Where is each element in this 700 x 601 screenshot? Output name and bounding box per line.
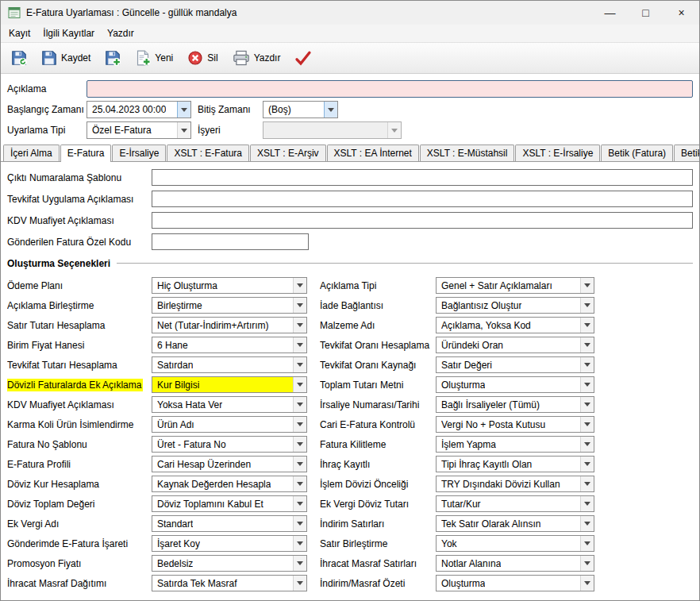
maximize-button[interactable]: □ bbox=[628, 1, 663, 25]
chevron-down-icon bbox=[580, 417, 594, 432]
chevron-down-icon bbox=[580, 318, 594, 333]
select-iade-baglantisi[interactable]: Bağlantısız Oluştur bbox=[436, 297, 594, 314]
select-ek-vergi-doviz-tutari[interactable]: Tutar/Kur bbox=[436, 495, 594, 512]
label-irsaliye-numarasi-tarihi: İrsaliye Numarası/Tarihi bbox=[320, 399, 436, 410]
tab-xslt-e-mustahsil[interactable]: XSLT : E-Müstahsil bbox=[420, 144, 515, 161]
select-satir-birlestirme[interactable]: Yok bbox=[436, 535, 594, 552]
tab-e-irsaliye[interactable]: E-İrsaliye bbox=[112, 144, 166, 161]
label-ihracat-masraf-dagitimi: İhracat Masraf Dağıtımı bbox=[7, 578, 152, 589]
options-row: Açıklama BirleştirmeBirleştirmeİade Bağl… bbox=[7, 295, 693, 315]
tab-xslt-e-irsaliye[interactable]: XSLT : E-İrsaliye bbox=[515, 144, 600, 161]
selected-value: Standart bbox=[157, 518, 193, 530]
select-kdv-muafiyet-aciklamasi[interactable]: Yoksa Hata Ver bbox=[152, 396, 307, 413]
label-tevkifat-uygulama-aciklamasi: Tevkifat Uygulama Açıklaması bbox=[7, 194, 152, 205]
label-cari-e-fatura-kontrolu: Cari E-Fatura Kontrolü bbox=[320, 419, 436, 430]
select-ihrac-kayitli[interactable]: Tipi İhraç Kayıtlı Olan bbox=[436, 456, 594, 472]
label-doviz-kur-hesaplama: Döviz Kur Hesaplama bbox=[7, 479, 152, 490]
tab-xslt-e-arsiv[interactable]: XSLT : E-Arşiv bbox=[250, 144, 326, 161]
chevron-down-icon bbox=[293, 337, 306, 353]
bitis-zamani-select[interactable]: (Boş) bbox=[263, 101, 338, 118]
select-toplam-tutari-metni[interactable]: Oluşturma bbox=[436, 376, 594, 393]
select-tevkifat-tutari-hesaplama[interactable]: Satırdan bbox=[152, 356, 307, 373]
save-new-icon bbox=[105, 50, 121, 66]
options-row: Dövizli Faturalarda Ek AçıklamaKur Bilgi… bbox=[7, 375, 693, 395]
tab-betik-fatura[interactable]: Betik (Fatura) bbox=[601, 144, 673, 161]
select-cari-e-fatura-kontrolu[interactable]: Vergi No + Posta Kutusu bbox=[436, 416, 594, 433]
select-karma-koli-urun-isimlendirme[interactable]: Ürün Adı bbox=[152, 416, 307, 433]
yeni-button[interactable]: Yeni bbox=[129, 46, 179, 70]
baslangic-zamani-select[interactable]: 25.04.2023 00:00 bbox=[87, 101, 191, 118]
close-button[interactable]: × bbox=[663, 1, 699, 25]
select-aciklama-tipi[interactable]: Genel + Satır Açıklamaları bbox=[436, 277, 594, 294]
menu-kayit[interactable]: Kayıt bbox=[2, 25, 37, 42]
print-icon bbox=[233, 50, 250, 66]
menu-ilgili-kayitlar[interactable]: İlgili Kayıtlar bbox=[37, 25, 101, 42]
tab-betik-satir[interactable]: Betik (Satır) bbox=[674, 144, 700, 161]
select-doviz-toplam-degeri[interactable]: Döviz Toplamını Kabul Et bbox=[152, 495, 307, 512]
select-ihracat-masraf-dagitimi[interactable]: Satırda Tek Masraf bbox=[152, 575, 307, 591]
select-aciklama-birlestirme[interactable]: Birleştirme bbox=[152, 297, 307, 314]
options-row: Birim Fiyat Hanesi6 HaneTevkifat Oranı H… bbox=[7, 335, 693, 355]
select-dovizli-faturalarda-ek-aciklama[interactable]: Kur Bilgisi bbox=[152, 376, 307, 393]
options-row: Ödeme PlanıHiç OluşturmaAçıklama TipiGen… bbox=[7, 275, 693, 295]
label-promosyon-fiyati: Promosyon Fiyatı bbox=[7, 558, 152, 569]
aciklama-row: Açıklama bbox=[7, 80, 693, 98]
yazdir-button[interactable]: Yazdır bbox=[226, 46, 287, 70]
label-tevkifat-orani-kaynagi: Tevkifat Oranı Kaynağı bbox=[320, 360, 436, 371]
select-satir-tutari-hesaplama[interactable]: Net (Tutar-İndirim+Artırım) bbox=[152, 317, 307, 333]
select-ihracat-masraf-satirlari[interactable]: Notlar Alanına bbox=[436, 555, 594, 572]
kdv-muafiyet-aciklamasi-input[interactable] bbox=[152, 212, 693, 229]
tab-iceri-alma[interactable]: İçeri Alma bbox=[3, 144, 60, 161]
menu-yazdir[interactable]: Yazdır bbox=[101, 25, 140, 42]
uyarlama-tipi-select[interactable]: Özel E-Fatura bbox=[87, 121, 191, 139]
select-indirim-masraf-ozeti[interactable]: Oluşturma bbox=[436, 575, 594, 591]
tevkifat-uygulama-aciklamasi-input[interactable] bbox=[152, 191, 693, 207]
select-indirim-satirlari[interactable]: Tek Satır Olarak Alınsın bbox=[436, 515, 594, 532]
toolbar-button-label: Yeni bbox=[155, 52, 173, 64]
field-row: Tevkifat Uygulama Açıklaması bbox=[7, 191, 693, 207]
select-birim-fiyat-hanesi[interactable]: 6 Hane bbox=[152, 337, 307, 353]
gonderilen-fatura-ozel-kodu-input[interactable] bbox=[152, 233, 309, 250]
approve-button[interactable] bbox=[288, 46, 318, 70]
label-satir-tutari-hesaplama: Satır Tutarı Hesaplama bbox=[7, 320, 152, 331]
window-controls: — □ × bbox=[592, 1, 699, 25]
select-islem-dovizi-onceligi[interactable]: TRY Dışındaki Dövizi Kullan bbox=[436, 476, 594, 492]
save-refresh-button[interactable] bbox=[5, 46, 33, 70]
tab-xslt-e-fatura[interactable]: XSLT : E-Fatura bbox=[167, 144, 249, 161]
baslangic-zamani-value: 25.04.2023 00:00 bbox=[92, 104, 166, 115]
select-tevkifat-orani-hesaplama[interactable]: Üründeki Oran bbox=[436, 337, 594, 353]
chevron-down-icon bbox=[580, 556, 594, 571]
chevron-down-icon bbox=[580, 457, 594, 472]
minimize-button[interactable]: — bbox=[592, 1, 628, 25]
select-ek-vergi-adi[interactable]: Standart bbox=[152, 515, 307, 532]
select-e-fatura-profili[interactable]: Cari Hesap Üzerinden bbox=[152, 456, 307, 472]
select-doviz-kur-hesaplama[interactable]: Kaynak Değerden Hesapla bbox=[152, 476, 307, 492]
tab-e-fatura[interactable]: E-Fatura bbox=[60, 144, 112, 162]
chevron-down-icon bbox=[293, 318, 306, 333]
chevron-down-icon bbox=[293, 476, 306, 491]
select-fatura-no-sablonu[interactable]: Üret - Fatura No bbox=[152, 436, 307, 453]
chevron-down-icon bbox=[387, 122, 401, 138]
select-tevkifat-orani-kaynagi[interactable]: Satır Değeri bbox=[436, 356, 594, 373]
sil-button[interactable]: Sil bbox=[181, 46, 224, 70]
toolbar-button-label: Kaydet bbox=[61, 52, 90, 64]
select-fatura-kilitleme[interactable]: İşlem Yapma bbox=[436, 436, 594, 453]
selected-value: Döviz Toplamını Kabul Et bbox=[157, 499, 263, 510]
select-irsaliye-numarasi-tarihi[interactable]: Bağlı İrsaliyeler (Tümü) bbox=[436, 396, 594, 413]
select-odeme-plani[interactable]: Hiç Oluşturma bbox=[152, 277, 307, 294]
selected-value: Açıklama, Yoksa Kod bbox=[441, 320, 531, 331]
tab-xslt-ea-internet[interactable]: XSLT : EA İnternet bbox=[327, 144, 419, 161]
cikti-numaralama-sablonu-input[interactable] bbox=[152, 169, 693, 186]
select-malzeme-adi[interactable]: Açıklama, Yoksa Kod bbox=[436, 317, 594, 333]
label-islem-dovizi-onceligi: İşlem Dövizi Önceliği bbox=[320, 479, 436, 490]
save-new-button[interactable] bbox=[98, 46, 127, 70]
chevron-down-icon bbox=[580, 536, 594, 551]
selected-value: Cari Hesap Üzerinden bbox=[157, 459, 251, 470]
options-row: Satır Tutarı HesaplamaNet (Tutar-İndirim… bbox=[7, 315, 693, 335]
selected-value: Oluşturma bbox=[441, 379, 485, 391]
kaydet-button[interactable]: Kaydet bbox=[35, 46, 97, 70]
select-promosyon-fiyati[interactable]: Bedelsiz bbox=[152, 555, 307, 572]
selected-value: Genel + Satır Açıklamaları bbox=[441, 280, 552, 291]
aciklama-input[interactable] bbox=[87, 80, 693, 98]
select-gonderimde-e-fatura-isareti[interactable]: İşaret Koy bbox=[152, 535, 307, 552]
